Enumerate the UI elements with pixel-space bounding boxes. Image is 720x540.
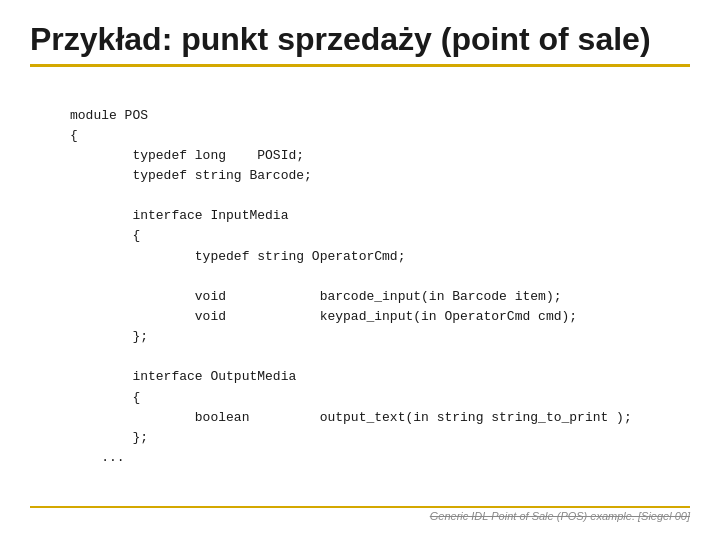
slide: Przykład: punkt sprzedaży (point of sale…	[0, 0, 720, 540]
code-text: module POS { typedef long POSId; typedef…	[70, 108, 632, 465]
page-title: Przykład: punkt sprzedaży (point of sale…	[30, 20, 690, 67]
footer-citation: Generic IDL Point of Sale (POS) example.…	[430, 510, 690, 522]
code-block: module POS { typedef long POSId; typedef…	[70, 85, 690, 488]
footer-divider	[30, 506, 690, 508]
